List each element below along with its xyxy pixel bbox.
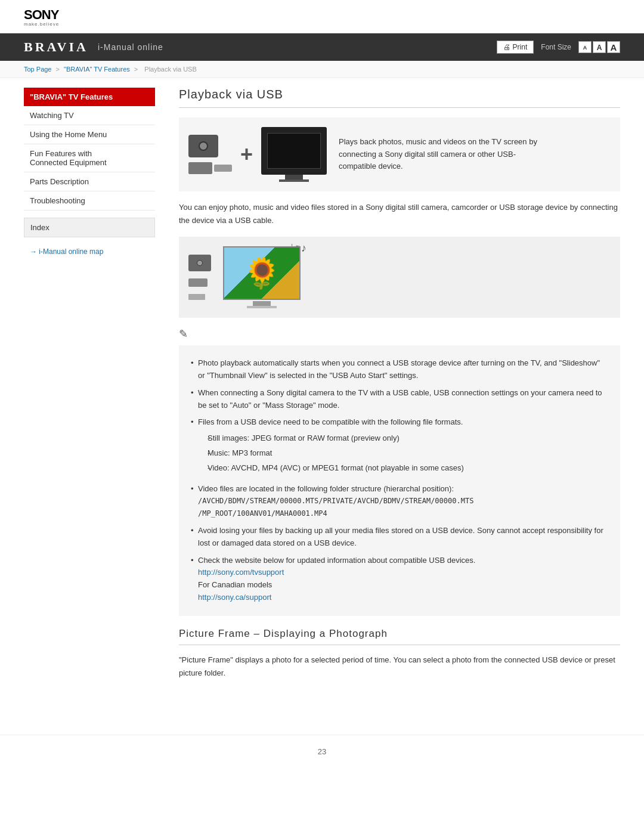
font-size-controls: A A A [578,41,620,53]
usb-stick [188,278,208,287]
font-size-label: Font Size [541,43,571,51]
desc-paragraph: You can enjoy photo, music and video fil… [179,201,620,227]
sidebar-item-watching-tv[interactable]: Watching TV [24,106,155,125]
bullet-item-5: Avoid losing your files by backing up al… [191,522,608,552]
tv-combo [261,127,327,182]
bullet-item-2: When connecting a Sony digital camera to… [191,385,608,414]
breadcrumb-current: Playback via USB [144,66,196,73]
usb-device-1 [188,162,212,174]
sidebar-label: Parts Description [30,177,89,186]
main-content: Playback via USB + [167,78,644,699]
note-icon: ✎ [179,327,620,340]
bullet-list: Photo playback automatically starts when… [191,355,608,606]
breadcrumb: Top Page > "BRAVIA" TV Features > Playba… [0,61,644,78]
top-image-section: + Plays back photos, music and videos on… [179,117,620,191]
photo-display-wrapper: ♩♫♪ 🌻 [223,246,301,308]
bravia-title: BRAVIA i-Manual online [24,39,163,55]
section2-desc: "Picture Frame" displays a photo for a s… [179,654,620,680]
sony-support-link[interactable]: http://sony.com/tvsupport [198,568,284,577]
page-title: Playback via USB [179,88,620,108]
photo-display: 🌻 [223,246,301,300]
bravia-banner: BRAVIA i-Manual online 🖨 Print Font Size… [0,33,644,61]
tv-icon [261,127,327,175]
sony-tagline: make.believe [24,21,620,27]
sidebar-label: Troubleshooting [30,196,85,205]
bullet-item-1: Photo playback automatically starts when… [191,355,608,385]
sidebar-label: Using the Home Menu [30,130,107,139]
tv-base-2 [247,306,277,308]
tv-stand [285,175,303,179]
breadcrumb-bravia[interactable]: "BRAVIA" TV Features [64,66,130,73]
path-text-1: /AVCHD/BDMV/STREAM/00000.MTS/PRIVATE/AVC… [198,497,473,505]
small-lens [197,260,203,266]
font-large-button[interactable]: A [607,41,620,53]
sidebar-label: Watching TV [30,111,74,120]
sub-item-1: Still images: JPEG format or RAW format … [208,431,608,446]
tv-stand-2 [253,301,271,306]
sidebar-item-index[interactable]: Index [24,218,155,237]
print-button[interactable]: 🖨 Print [497,41,534,54]
sony-logo: SONY [24,8,620,21]
main-layout: "BRAVIA" TV Features Watching TV Using t… [0,78,644,723]
sony-ca-link[interactable]: http://sony.ca/support [198,593,271,602]
sidebar-label: "BRAVIA" TV Features [30,92,113,101]
device-icons [188,135,232,174]
bullet-item-3: Files from a USB device need to be compa… [191,414,608,480]
bullet-item-4: Video files are located in the following… [191,481,608,522]
breadcrumb-sep2: > [134,66,138,73]
sidebar-item-fun-features[interactable]: Fun Features withConnected Equipment [24,144,155,172]
chain-usb1 [188,278,208,287]
canadian-label: For Canadian models [198,580,272,589]
font-medium-button[interactable]: A [593,41,606,53]
bullet-item-6: Check the website below for updated info… [191,552,608,606]
chain-camera [188,255,211,271]
sidebar-label: Fun Features withConnected Equipment [30,149,107,167]
sidebar-item-troubleshooting[interactable]: Troubleshooting [24,191,155,210]
camera-lens [199,141,208,151]
plus-sign: + [240,142,253,167]
chain-usb2 [188,294,205,300]
sub-list: Still images: JPEG format or RAW format … [198,431,608,475]
sidebar-item-home-menu[interactable]: Using the Home Menu [24,125,155,144]
printer-icon: 🖨 [503,43,510,51]
notes-section: Photo playback automatically starts when… [179,345,620,616]
sidebar: "BRAVIA" TV Features Watching TV Using t… [0,78,167,699]
sony-header: SONY make.believe [0,0,644,33]
bravia-logo: BRAVIA [24,39,88,55]
section2-title: Picture Frame – Displaying a Photograph [179,628,620,645]
sub-item-3: Video: AVCHD, MP4 (AVC) or MPEG1 format … [208,461,608,476]
breadcrumb-top[interactable]: Top Page [24,66,51,73]
print-label: Print [513,43,528,51]
usb-device-2 [214,165,232,172]
camera-icon [188,135,218,157]
font-small-button[interactable]: A [578,41,592,53]
tv-base [279,179,309,182]
sunflower-image: 🌻 [243,256,280,290]
usb-drive [188,294,205,300]
bravia-subtitle: i-Manual online [98,42,163,52]
page-number: 23 [0,735,644,768]
tv-screen [267,133,321,169]
breadcrumb-sep1: > [56,66,60,73]
second-illus-wrapper [188,255,211,300]
banner-right: 🖨 Print Font Size A A A [497,41,620,54]
second-illustration: ♩♫♪ 🌻 [179,237,620,318]
usb-devices [188,162,232,174]
path-text-2: /MP_ROOT/100ANV01/MAHA0001.MP4 [198,509,327,518]
sidebar-item-bravia-tv-features[interactable]: "BRAVIA" TV Features [24,88,155,106]
sub-item-2: Music: MP3 format [208,446,608,461]
index-label: Index [30,223,49,232]
usb-illustration: + [188,127,327,182]
manual-map-link[interactable]: i-Manual online map [30,247,103,256]
usb-chain [188,255,211,300]
small-camera [188,255,211,271]
sidebar-item-parts-description[interactable]: Parts Description [24,172,155,191]
top-description: Plays back photos, music and videos on t… [339,136,541,173]
sidebar-manual-map: i-Manual online map [24,243,155,259]
